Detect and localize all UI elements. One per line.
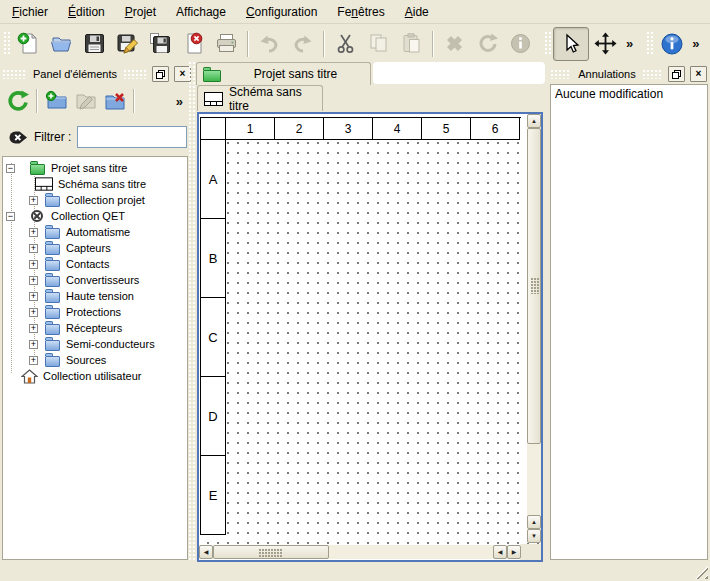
expand-icon[interactable]: + [29,308,38,317]
save-button[interactable] [78,28,111,60]
expand-icon[interactable]: + [29,196,38,205]
status-bar [0,562,710,581]
new-document-icon [17,32,40,55]
rotate-button [471,28,504,60]
tree-item-schema[interactable]: Schéma sans titre [3,176,187,192]
clear-filter-button[interactable] [7,129,28,146]
expand-icon[interactable]: + [29,228,38,237]
about-button[interactable] [655,28,688,60]
selection-info-button [504,28,537,60]
undo-panel-titlebar[interactable]: Annulations × [548,62,710,84]
scroll-left-button[interactable]: ◀ [199,545,213,559]
schema-tab-label: Schéma sans titre [229,85,316,113]
tree-item-collection-qet[interactable]: − Collection QET [3,208,187,224]
expand-icon[interactable]: + [29,276,38,285]
tree-item-collection-projet[interactable]: + Collection projet [3,192,187,208]
menu-fenetres[interactable]: Fenêtres [327,1,394,23]
menu-fichier[interactable]: Fichier [2,1,58,23]
grid-row-header: A [201,140,226,219]
undo-history-list[interactable]: Aucune modification [550,84,708,560]
scroll-down-button[interactable]: ▼ [527,529,541,543]
scroll-left-button-right[interactable]: ◀ [493,545,507,559]
expand-icon[interactable]: + [29,356,38,365]
close-file-button[interactable] [177,28,210,60]
redo-icon [291,32,314,55]
pan-mode-button[interactable] [589,28,622,60]
open-button[interactable] [45,28,78,60]
expand-icon[interactable]: + [29,340,38,349]
edit-category-button [71,87,100,116]
save-as-button[interactable] [111,28,144,60]
copy-icon [367,32,390,55]
expand-icon[interactable]: + [29,244,38,253]
grid-column-header: 6 [471,118,520,140]
scroll-right-button[interactable]: ▶ [507,545,521,559]
print-button[interactable] [210,28,243,60]
delete-icon [443,32,466,55]
rotate-icon [476,32,499,55]
scroll-up-button-bottom[interactable]: ▲ [527,515,541,529]
cut-button[interactable] [329,28,362,60]
tree-item-protections[interactable]: + Protections [3,304,187,320]
dock-float-button[interactable] [668,66,685,82]
toolbar-overflow-chevron[interactable]: » [688,36,703,51]
toolbar-drag-handle[interactable] [545,32,551,56]
schema-tab[interactable]: Schéma sans titre [197,85,323,111]
print-icon [215,32,238,55]
menu-edition[interactable]: Édition [58,1,115,23]
menu-aide[interactable]: Aide [395,1,439,23]
tree-item-recepteurs[interactable]: + Récepteurs [3,320,187,336]
tree-item-contacts[interactable]: + Contacts [3,256,187,272]
toolbar-drag-handle[interactable] [647,32,653,56]
tree-item-capteurs[interactable]: + Capteurs [3,240,187,256]
horizontal-scrollbar-thumb[interactable] [213,545,329,559]
toolbar-overflow-chevron[interactable]: » [622,36,637,51]
tree-item-collection-utilisateur[interactable]: Collection utilisateur [3,368,187,384]
delete-category-button[interactable] [100,87,129,116]
menu-affichage[interactable]: Affichage [166,1,236,23]
dock-splitter[interactable] [189,62,195,562]
vertical-scrollbar-thumb[interactable] [527,128,541,444]
save-all-button[interactable] [144,28,177,60]
new-document-button[interactable] [12,28,45,60]
tree-item-haute-tension[interactable]: + Haute tension [3,288,187,304]
project-tab[interactable]: Projet sans titre [196,62,371,85]
menu-projet[interactable]: Projet [115,1,166,23]
selection-mode-button[interactable] [553,27,589,61]
dock-float-button[interactable] [152,66,169,82]
filter-input[interactable] [77,126,187,148]
schema-view[interactable]: 1 2 3 4 5 6 A B C D E ▲ ▲ [197,112,543,562]
expand-icon[interactable]: + [29,324,38,333]
toolbar-separator [432,31,434,57]
schema-tab-icon [204,92,223,106]
expand-icon[interactable]: + [29,292,38,301]
dock-close-button[interactable]: × [690,66,707,82]
panel-toolbar-overflow-chevron[interactable]: » [172,94,187,109]
menu-configuration[interactable]: Configuration [236,1,327,23]
elements-panel-titlebar[interactable]: Panel d'éléments × [0,62,194,84]
grid-row-headers: A B C D E [201,140,226,535]
collapse-icon[interactable]: − [6,212,15,221]
schema-canvas[interactable]: 1 2 3 4 5 6 A B C D E [199,114,541,560]
resize-grip[interactable] [695,566,708,579]
new-category-button[interactable] [42,87,71,116]
vertical-scrollbar[interactable]: ▲ ▲ ▼ [527,114,541,543]
folder-icon [43,337,61,351]
folder-icon [43,273,61,287]
tree-item-automatisme[interactable]: + Automatisme [3,224,187,240]
collapse-icon[interactable]: − [6,164,15,173]
save-all-icon [149,32,172,55]
reload-collections-button[interactable] [3,87,32,116]
float-icon [672,70,681,79]
tree-item-convertisseurs[interactable]: + Convertisseurs [3,272,187,288]
tree-item-project[interactable]: − Projet sans titre [3,160,187,176]
scroll-up-button[interactable]: ▲ [527,114,541,128]
undo-panel: Annulations × Aucune modification [548,62,710,562]
tree-item-sources[interactable]: + Sources [3,352,187,368]
horizontal-scrollbar[interactable]: ◀ ◀ ▶ [199,545,521,559]
expand-icon[interactable]: + [29,260,38,269]
tree-item-semi-conducteurs[interactable]: + Semi-conducteurs [3,336,187,352]
titlebar-texture [551,70,571,79]
toolbar-drag-handle[interactable] [4,32,10,56]
undo-list-item[interactable]: Aucune modification [551,85,707,103]
